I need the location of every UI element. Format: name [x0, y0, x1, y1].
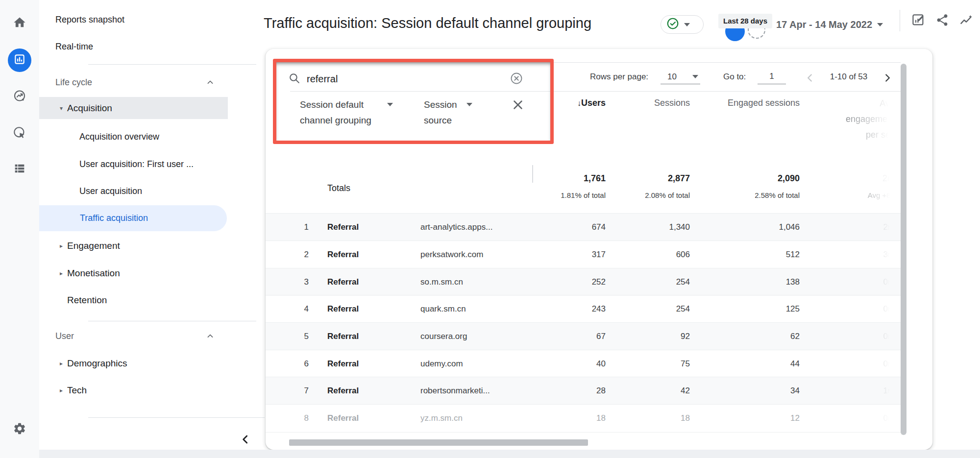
- horizontal-scrollbar-thumb[interactable]: [289, 439, 588, 446]
- chevron-down-icon: [387, 103, 393, 106]
- chevron-up-icon[interactable]: [205, 77, 215, 87]
- sidebar-item-label: Traffic acquisition: [80, 213, 148, 223]
- admin-settings-button[interactable]: [8, 418, 31, 441]
- tree-collapsed-icon: ▸: [49, 360, 67, 367]
- next-page-chevron-icon[interactable]: [881, 72, 894, 86]
- cell-channel: Referral: [327, 268, 359, 296]
- cell-avg-engagement: 0m: [834, 295, 895, 323]
- header-divider: [900, 10, 900, 31]
- sidebar-item-label: Engagement: [67, 241, 120, 251]
- cell-users: 674: [547, 214, 606, 241]
- bar-chart-reports-icon: [13, 53, 26, 68]
- date-range-picker[interactable]: 17 Apr - 14 May 2022: [776, 15, 883, 34]
- table-search-input[interactable]: [306, 69, 474, 89]
- chevron-down-icon: [877, 23, 883, 26]
- rows-per-page-label: Rows per page:: [590, 72, 648, 82]
- sidebar-item-monetisation[interactable]: ▸ Monetisation: [39, 263, 228, 284]
- column-resize-handle[interactable]: [532, 165, 533, 183]
- customize-report-button[interactable]: [910, 13, 927, 29]
- app-rail: [0, 0, 40, 458]
- sidebar-divider: [88, 417, 265, 418]
- sidebar-item-label: Acquisition: [67, 103, 112, 114]
- library-nav-button[interactable]: [8, 158, 31, 181]
- totals-users: 1,761: [547, 173, 606, 184]
- cell-source: so.m.sm.cn: [420, 268, 463, 296]
- cell-avg-engagement: 3m: [834, 241, 895, 268]
- cell-engaged-sessions: 1,046: [731, 214, 800, 241]
- insights-button[interactable]: [958, 13, 975, 29]
- dimension-session-source-dropdown[interactable]: Session source: [424, 97, 457, 128]
- dimension-channel-grouping-dropdown[interactable]: Session default channel grouping: [300, 97, 371, 128]
- date-range-label: 17 Apr - 14 May 2022: [776, 19, 872, 30]
- reports-nav-button[interactable]: [8, 48, 31, 72]
- row-index: 2: [294, 241, 309, 268]
- cell-source: yz.m.sm.cn: [420, 405, 463, 432]
- cell-engaged-sessions: 138: [731, 268, 800, 296]
- table-row: 5 Referral coursera.org 67 92 62 0m: [266, 322, 901, 350]
- sidebar-section-life-cycle[interactable]: Life cycle: [39, 72, 228, 93]
- sidebar-item-user-acquisition[interactable]: User acquisition: [39, 180, 228, 202]
- sidebar-item-label: Tech: [67, 385, 87, 396]
- sidebar-item-retention[interactable]: Retention: [39, 289, 228, 311]
- go-to-page-value: 1: [769, 72, 774, 81]
- cell-channel: Referral: [327, 405, 359, 432]
- sidebar-item-user-acquisition-first-user[interactable]: User acquisition: First user ...: [39, 153, 228, 175]
- cell-sessions: 254: [631, 268, 690, 296]
- insights-sparkline-icon: [959, 13, 974, 29]
- sidebar-item-reports-snapshot[interactable]: Reports snapshot: [39, 9, 228, 30]
- cell-users: 40: [547, 350, 606, 378]
- sidebar-item-engagement[interactable]: ▸ Engagement: [39, 235, 228, 257]
- totals-avg-engagement: 2m: [834, 173, 895, 184]
- totals-sessions: 2,877: [631, 173, 690, 184]
- clear-search-icon[interactable]: [510, 72, 523, 87]
- cell-avg-engagement: 0m: [834, 405, 895, 432]
- row-index: 6: [294, 350, 309, 378]
- cell-source: art-analytics.apps...: [420, 214, 492, 241]
- remove-secondary-dimension-icon[interactable]: [511, 97, 525, 114]
- column-header-average-engagement[interactable]: Ave engagement per ses: [819, 96, 895, 143]
- row-index: 5: [294, 323, 309, 350]
- explore-icon: [13, 89, 26, 105]
- toolbar-bottom-divider: [290, 91, 901, 92]
- go-to-page-input[interactable]: 1: [758, 69, 786, 84]
- cell-channel: Referral: [327, 377, 359, 405]
- edit-report-icon: [911, 13, 926, 29]
- column-header-engaged-sessions[interactable]: Engaged sessions: [721, 98, 800, 108]
- tree-collapsed-icon: ▸: [49, 270, 67, 277]
- column-header-label: Sessions: [654, 98, 690, 108]
- column-header-users[interactable]: ↓Users: [547, 98, 606, 108]
- rows-per-page-select[interactable]: 10: [661, 69, 700, 84]
- cell-source: perksatwork.com: [420, 241, 483, 268]
- sidebar-item-tech[interactable]: ▸ Tech: [39, 380, 228, 401]
- column-header-sessions[interactable]: Sessions: [631, 98, 690, 108]
- sidebar-item-traffic-acquisition-selected[interactable]: Traffic acquisition: [39, 205, 227, 231]
- previous-page-chevron-icon[interactable]: [804, 72, 816, 86]
- cell-channel: Referral: [327, 295, 359, 323]
- sidebar-item-demographics[interactable]: ▸ Demographics: [39, 353, 228, 374]
- advertising-nav-button[interactable]: [8, 122, 31, 145]
- row-index: 3: [294, 268, 309, 296]
- data-quality-badge[interactable]: [661, 15, 704, 34]
- tree-expanded-icon: ▾: [49, 105, 67, 112]
- share-report-button[interactable]: [934, 13, 951, 29]
- cell-users: 317: [547, 241, 606, 268]
- sidebar-item-acquisition[interactable]: ▾ Acquisition: [39, 97, 228, 119]
- home-button[interactable]: [8, 12, 31, 35]
- sidebar-section-user[interactable]: User: [39, 325, 228, 347]
- section-label: Life cycle: [55, 77, 92, 88]
- cell-avg-engagement: 1m: [834, 377, 895, 405]
- sidebar-item-label: Demographics: [67, 358, 127, 369]
- collapse-sidebar-button[interactable]: [238, 433, 253, 448]
- sidebar-item-real-time[interactable]: Real-time: [39, 36, 228, 57]
- vertical-scrollbar-thumb[interactable]: [901, 64, 906, 435]
- cell-source: udemy.com: [420, 350, 463, 378]
- explore-nav-button[interactable]: [8, 85, 31, 109]
- sidebar-item-acquisition-overview[interactable]: Acquisition overview: [39, 126, 228, 147]
- chevron-down-icon: [684, 23, 690, 26]
- cell-sessions: 1,340: [631, 214, 690, 241]
- totals-users-pct: 1.81% of total: [547, 191, 606, 199]
- chevron-up-icon[interactable]: [205, 331, 215, 341]
- row-index: 1: [294, 214, 309, 241]
- sidebar-divider: [88, 321, 256, 321]
- cell-source: robertsonmarketi...: [420, 377, 490, 405]
